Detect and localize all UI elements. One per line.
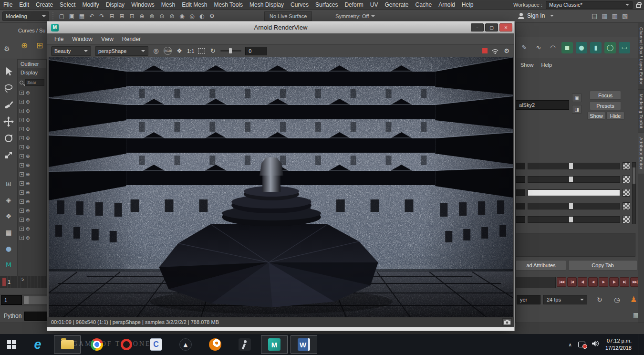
range-start-field[interactable]: 1	[1, 295, 22, 305]
maya-menu-item[interactable]: Select	[56, 0, 79, 10]
render-settings-icon[interactable]: ⚙	[207, 11, 217, 21]
soft-select-icon[interactable]: ◈	[3, 195, 14, 205]
blender-icon[interactable]	[200, 334, 230, 355]
paint-select-tool[interactable]	[3, 99, 14, 111]
load-attributes-button[interactable]: ad Attributes	[516, 260, 566, 271]
value-field[interactable]	[516, 216, 525, 223]
expand-icon[interactable]: +	[20, 209, 24, 213]
poly-torus-icon[interactable]: ◯	[604, 42, 616, 53]
expand-icon[interactable]: +	[20, 127, 24, 131]
outliner-row[interactable]: + ⊕	[18, 106, 46, 115]
slider-handle[interactable]	[569, 217, 573, 222]
live-render-icon[interactable]	[491, 46, 499, 56]
render-viewport[interactable]	[49, 57, 513, 317]
texture-swatch[interactable]	[623, 216, 630, 223]
toggle-four-pane-icon[interactable]: ▦	[602, 12, 607, 20]
focus-button[interactable]: Focus	[590, 91, 621, 100]
file-explorer-icon[interactable]	[52, 334, 82, 355]
move-tool[interactable]	[3, 116, 14, 127]
cluster-icon[interactable]: ❖	[3, 211, 14, 221]
outliner-row[interactable]: + ⊕	[18, 179, 46, 188]
texture-swatch[interactable]	[623, 176, 630, 183]
arc-curve-icon[interactable]: ◠	[547, 42, 559, 53]
sign-in-button[interactable]: Sign In	[518, 12, 554, 19]
animation-clock-icon[interactable]: ◷	[614, 296, 620, 303]
lasso-tool[interactable]	[3, 83, 14, 94]
layer-tab[interactable]: yer	[517, 295, 540, 304]
command-line-language-label[interactable]: Python	[4, 313, 21, 319]
snapshot-target-icon[interactable]: ◎	[152, 46, 160, 56]
step-forward-frame-button[interactable]: |▶	[609, 277, 619, 287]
expand-icon[interactable]: +	[20, 136, 24, 140]
scale-tool[interactable]	[3, 149, 14, 161]
outliner-row[interactable]: + ⊕	[18, 206, 46, 215]
undo-icon[interactable]: ↶	[87, 11, 97, 21]
maya-menu-item[interactable]: UV	[367, 0, 382, 10]
maya-menu-item[interactable]: Curves	[287, 0, 312, 10]
maya-menu-item[interactable]: Arnold	[435, 0, 458, 10]
maya-menu-item[interactable]: Edit	[16, 0, 32, 10]
snap-point-icon[interactable]: ⊙	[157, 11, 167, 21]
maya-menu-item[interactable]: Generate	[381, 0, 412, 10]
expand-icon[interactable]: +	[20, 172, 24, 177]
maya-menu-item[interactable]: Deform	[341, 0, 366, 10]
select-object-icon[interactable]: ⊞	[117, 11, 127, 21]
ipr-render-icon[interactable]: ◐	[197, 11, 207, 21]
outliner-row[interactable]: + ⊕	[18, 170, 46, 179]
outliner-row[interactable]: + ⊕	[18, 88, 46, 97]
slider-track[interactable]	[528, 216, 620, 223]
slider-handle[interactable]	[569, 163, 573, 169]
expand-icon[interactable]: +	[20, 163, 24, 167]
maya-menu-item[interactable]: Modify	[79, 0, 102, 10]
outliner-row[interactable]: + ⊕	[18, 215, 46, 224]
toggle-outliner-pane-icon[interactable]: ▥	[612, 12, 618, 20]
playback-loop-icon[interactable]: ↻	[597, 296, 602, 303]
hide-button[interactable]: Hide	[606, 112, 624, 120]
arnold-menu-item[interactable]: View	[97, 36, 118, 42]
menu-set-dropdown[interactable]: Modeling	[2, 11, 49, 21]
region-render-icon[interactable]	[198, 48, 205, 54]
maximize-button[interactable]: ▢	[485, 23, 498, 31]
modeling-toolkit-icon[interactable]: M	[3, 260, 14, 270]
maya-menu-item[interactable]: Mesh	[158, 0, 178, 10]
exposure-slider[interactable]	[220, 50, 241, 52]
lock-icon[interactable]	[636, 4, 641, 8]
display-mode-icon[interactable]: ❖	[176, 46, 183, 56]
ep-curve-icon[interactable]: ∿	[533, 42, 544, 53]
maya-taskbar-icon[interactable]: M	[260, 334, 289, 355]
shelf-tab-curves-surfaces[interactable]: Curves / Su	[18, 28, 45, 33]
shelf-gear-icon[interactable]: ⚙	[4, 45, 10, 52]
no-live-surface-indicator[interactable]: No Live Surface	[264, 11, 312, 21]
volume-icon[interactable]	[592, 340, 599, 349]
snap-grid-icon[interactable]: ⊕	[137, 11, 147, 21]
slider-handle[interactable]	[569, 177, 573, 182]
pencil-curve-icon[interactable]: ✎	[519, 42, 530, 53]
expand-icon[interactable]: +	[20, 218, 24, 222]
break-tab-icon[interactable]: ◨	[572, 105, 582, 114]
refresh-render-icon[interactable]: ↻	[209, 46, 217, 56]
outliner-row[interactable]: + ⊕	[18, 161, 46, 170]
arnold-menu-item[interactable]: File	[50, 36, 68, 42]
opera-icon[interactable]	[112, 334, 141, 355]
current-time-indicator[interactable]	[2, 278, 6, 286]
redo-icon[interactable]: ↷	[97, 11, 107, 21]
tab-channel-box-layer-editor[interactable]: Channel Box / Layer Editor	[638, 23, 644, 90]
scrollbar[interactable]	[632, 162, 636, 224]
poly-cylinder-icon[interactable]: ▮	[590, 42, 602, 53]
outliner-row[interactable]: + ⊕	[18, 115, 46, 125]
save-scene-icon[interactable]: ▦	[77, 11, 87, 21]
maya-menu-item[interactable]: File	[0, 0, 16, 10]
snap-together-icon[interactable]: ⊞	[3, 178, 14, 189]
settings-gear-icon[interactable]: ⚙	[503, 46, 510, 56]
outliner-row[interactable]: + ⊕	[18, 188, 46, 197]
copy-tab-button[interactable]: Copy Tab	[568, 260, 637, 271]
maya-menu-item[interactable]: Edit Mesh	[178, 0, 210, 10]
outliner-row[interactable]: + ⊕	[18, 134, 46, 143]
unity-icon[interactable]: ▲	[171, 334, 200, 355]
tab-modeling-toolkit[interactable]: Modeling Toolkit	[638, 90, 644, 133]
zoom-ratio-label[interactable]: 1:1	[187, 48, 194, 54]
step-back-frame-button[interactable]: ◀|	[578, 277, 587, 287]
outliner-row[interactable]: + ⊕	[18, 152, 46, 161]
poly-cube-icon[interactable]: ◼	[561, 42, 573, 53]
maya-menu-item[interactable]: Surfaces	[312, 0, 341, 10]
